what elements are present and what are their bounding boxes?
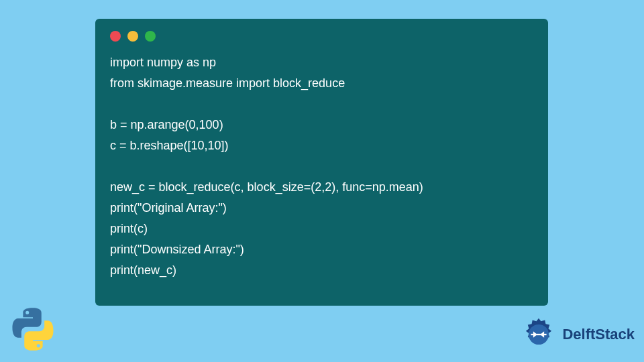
- code-content: import numpy as np from skimage.measure …: [110, 52, 533, 280]
- close-dot-icon: [110, 31, 121, 42]
- svg-rect-1: [531, 334, 547, 335]
- delftstack-gear-icon: [519, 315, 558, 354]
- code-window: import numpy as np from skimage.measure …: [95, 19, 548, 306]
- python-logo-icon: [9, 306, 56, 353]
- maximize-dot-icon: [145, 31, 156, 42]
- delftstack-badge: DelftStack: [519, 315, 635, 354]
- window-controls: [110, 31, 533, 42]
- brand-name: DelftStack: [562, 326, 635, 343]
- minimize-dot-icon: [127, 31, 138, 42]
